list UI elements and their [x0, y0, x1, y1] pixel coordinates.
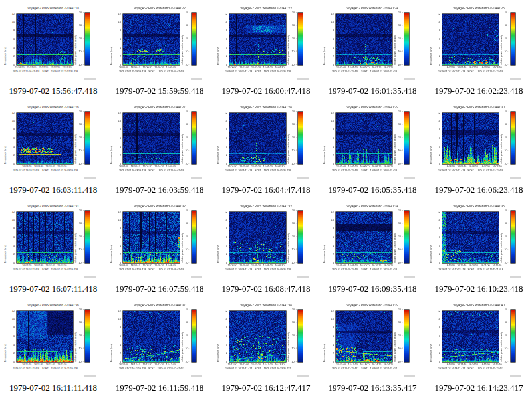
spectrogram-thumbnail[interactable]: Voyager-2 PWS Wideband 2/20441:24 Freque… — [319, 0, 426, 84]
y-tick-label: 10 — [319, 120, 334, 123]
spectrogram-thumbnail[interactable]: Voyager-2 PWS Wideband 2/20441:18 Freque… — [0, 0, 106, 84]
plot-title: Voyager-2 PWS Wideband 2/20441:23 — [213, 7, 319, 10]
y-tick-label: 10 — [213, 21, 227, 24]
spectrogram-thumbnail[interactable]: Voyager-2 PWS Wideband 2/20441:26 Freque… — [0, 99, 106, 183]
plot-footer: 1979-07-02 16:07:59.418 SCET 1979-07-02 … — [106, 268, 197, 271]
y-tick-label: 6 — [213, 236, 227, 239]
spectrogram-thumbnail[interactable]: Voyager-2 PWS Wideband 2/20441:37 Freque… — [106, 297, 213, 381]
gallery-cell: Voyager-2 PWS Wideband 2/20441:40 Freque… — [426, 297, 532, 396]
plot-title: Voyager-2 PWS Wideband 2/20441:29 — [319, 106, 426, 109]
plot-footer: 1979-07-02 16:00:47.418 SCET 1979-07-02 … — [213, 70, 303, 73]
plot-footer: 1979-07-02 16:01:35.418 SCET 1979-07-02 … — [319, 70, 410, 73]
y-tick-label: 10 — [426, 21, 440, 24]
colorbar-tick-label: 10⁻¹ — [65, 209, 84, 213]
colorbar-tick-label: 10⁻³ — [172, 136, 190, 140]
spectrogram-thumbnail[interactable]: Voyager-2 PWS Wideband 2/20441:22 Freque… — [106, 0, 213, 84]
x-tick-label: 16:08:40 — [161, 264, 181, 267]
x-tick-label: 16:11:50 — [52, 363, 72, 366]
y-tick-label: 0 — [0, 163, 15, 166]
spectrogram-thumbnail[interactable]: Voyager-2 PWS Wideband 2/20441:35 Freque… — [426, 198, 532, 282]
y-tick-label: 0 — [0, 262, 15, 265]
y-tick-label: 12 — [0, 13, 15, 16]
spectrogram-thumbnail[interactable]: Voyager-2 PWS Wideband 2/20441:38 Freque… — [213, 297, 319, 381]
plot-footer: 1979-07-02 16:14:23.417 SCET 1979-07-02 … — [426, 367, 516, 370]
y-tick-label: 8 — [0, 128, 15, 132]
colorbar-tick-label: 10⁻⁵ — [278, 361, 297, 364]
x-tick-label: 16:03:10 — [487, 66, 507, 69]
plot-footer: 1979-07-02 16:04:47.418 SCET 1979-07-02 … — [213, 169, 303, 172]
y-tick-label: 12 — [0, 211, 15, 214]
y-tick-label: 8 — [106, 227, 121, 231]
y-tick-label: 6 — [106, 38, 121, 41]
plot-title: Voyager-2 PWS Wideband 2/20441:26 — [0, 106, 106, 109]
plot-title: Voyager-2 PWS Wideband 2/20441:34 — [319, 205, 426, 208]
x-tick-label: 16:09:30 — [269, 264, 289, 267]
gallery-cell: Voyager-2 PWS Wideband 2/20441:31 Freque… — [0, 198, 106, 297]
colorbar — [511, 13, 515, 65]
colorbar-tick-label: 10⁻² — [172, 24, 190, 27]
colorbar-tick-label: 10⁻⁴ — [278, 50, 297, 54]
y-tick-label: 2 — [213, 253, 227, 256]
gallery-cell: Voyager-2 PWS Wideband 2/20441:22 Freque… — [106, 0, 213, 99]
plot-title: Voyager-2 PWS Wideband 2/20441:38 — [213, 304, 319, 307]
colorbar-tick-label: 10⁻⁵ — [491, 361, 509, 364]
plot-title: Voyager-2 PWS Wideband 2/20441:22 — [106, 7, 213, 10]
y-tick-label: 4 — [426, 344, 440, 347]
spectrogram-thumbnail[interactable]: Voyager-2 PWS Wideband 2/20441:27 Freque… — [106, 99, 213, 183]
colorbar-tick-label: 10⁻² — [491, 123, 509, 126]
spectrogram-thumbnail[interactable]: Voyager-2 PWS Wideband 2/20441:30 Freque… — [426, 99, 532, 183]
spectrogram-thumbnail[interactable]: Voyager-2 PWS Wideband 2/20441:31 Freque… — [0, 198, 106, 282]
y-tick-label: 8 — [213, 326, 227, 330]
spectrogram-thumbnail[interactable]: Voyager-2 PWS Wideband 2/20441:33 Freque… — [213, 198, 319, 282]
colorbar-tick-label: 10⁻⁴ — [278, 347, 297, 351]
spectrogram-thumbnail[interactable]: Voyager-2 PWS Wideband 2/20441:32 Freque… — [106, 198, 213, 282]
colorbar-tick-label: 10⁻³ — [65, 136, 84, 140]
colorbar-tick-label: 10⁻⁵ — [65, 262, 84, 265]
spectrogram-thumbnail[interactable]: Voyager-2 PWS Wideband 2/20441:40 Freque… — [426, 297, 532, 381]
colorbar — [298, 310, 303, 362]
y-tick-label: 4 — [213, 47, 227, 50]
thumbnail-caption: 1979-07-02 16:03:11.418 — [0, 183, 106, 198]
thumbnail-caption: 1979-07-02 16:07:11.418 — [0, 282, 106, 297]
colorbar-tick-label: 10⁻² — [65, 24, 84, 27]
spectrogram-thumbnail[interactable]: Voyager-2 PWS Wideband 2/20441:23 Freque… — [213, 0, 319, 84]
colorbar-tick-label: 10⁻¹ — [172, 209, 190, 213]
spectrogram-thumbnail[interactable]: Voyager-2 PWS Wideband 2/20441:25 Freque… — [426, 0, 532, 84]
y-tick-label: 4 — [213, 245, 227, 248]
x-tick-label: 16:04:40 — [161, 165, 181, 168]
colorbar-tick-label: 10⁻⁴ — [172, 248, 190, 252]
y-tick-label: 2 — [426, 352, 440, 355]
colorbar-tick-label: 10⁻¹ — [172, 308, 190, 312]
spectrogram-gallery: Voyager-2 PWS Wideband 2/20441:18 Freque… — [0, 0, 532, 396]
colorbar-tick-label: 10⁻⁵ — [278, 262, 297, 265]
plot-footer: 1979-07-02 16:06:23.418 SCET 1979-07-02 … — [426, 169, 516, 172]
y-tick-label: 8 — [106, 128, 121, 132]
plot-title: Voyager-2 PWS Wideband 2/20441:36 — [0, 304, 106, 307]
plot-title: Voyager-2 PWS Wideband 2/20441:37 — [106, 304, 213, 307]
spectrogram-thumbnail[interactable]: Voyager-2 PWS Wideband 2/20441:34 Freque… — [319, 198, 426, 282]
gallery-cell: Voyager-2 PWS Wideband 2/20441:38 Freque… — [213, 297, 319, 396]
colorbar — [511, 310, 515, 362]
y-tick-label: 4 — [319, 47, 334, 50]
plot-title: Voyager-2 PWS Wideband 2/20441:18 — [0, 7, 106, 10]
colorbar-tick-label: 10⁻³ — [384, 136, 403, 140]
spectrogram-thumbnail[interactable]: Voyager-2 PWS Wideband 2/20441:29 Freque… — [319, 99, 426, 183]
y-tick-label: 4 — [319, 146, 334, 149]
plot-stamp — [191, 78, 202, 80]
colorbar-tick-label: 10⁻² — [278, 222, 297, 225]
x-tick-label: 16:13:30 — [269, 363, 289, 366]
colorbar-tick-label: 10⁻² — [65, 321, 84, 324]
thumbnail-caption: 1979-07-02 16:05:35.418 — [319, 183, 426, 198]
spectrogram-thumbnail[interactable]: Voyager-2 PWS Wideband 2/20441:39 Freque… — [319, 297, 426, 381]
spectrogram-thumbnail[interactable]: Voyager-2 PWS Wideband 2/20441:28 Freque… — [213, 99, 319, 183]
y-tick-label: 8 — [106, 29, 121, 33]
colorbar — [298, 211, 303, 263]
plot-stamp — [404, 177, 415, 179]
plot-title: Voyager-2 PWS Wideband 2/20441:25 — [426, 7, 532, 10]
y-tick-label: 4 — [0, 344, 15, 347]
colorbar-tick-label: 10⁻⁴ — [65, 149, 84, 153]
colorbar-tick-label: 10⁻³ — [491, 235, 509, 239]
plot-footer: 1979-07-02 16:08:47.418 SCET 1979-07-02 … — [213, 268, 303, 271]
spectrogram-thumbnail[interactable]: Voyager-2 PWS Wideband 2/20441:36 Freque… — [0, 297, 106, 381]
colorbar-tick-label: 10⁻³ — [491, 37, 509, 41]
